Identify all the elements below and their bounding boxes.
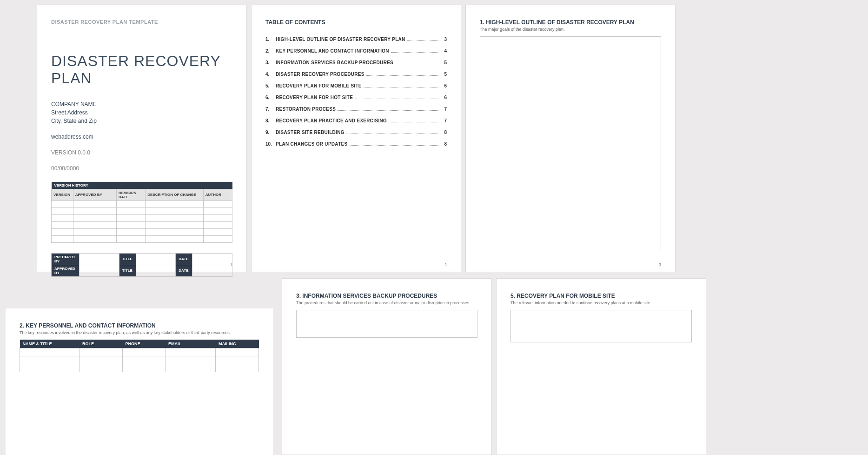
toc-entry: 6.RECOVERY PLAN FOR HOT SITE6: [265, 95, 447, 100]
toc-number: 5.: [265, 83, 276, 88]
col-mailing: MAILING: [216, 340, 259, 348]
toc-leader-dots: [350, 145, 443, 146]
toc-page: 3: [444, 37, 447, 42]
toc-entry: 10.PLAN CHANGES OR UPDATES8: [265, 141, 447, 147]
col-email: EMAIL: [166, 340, 216, 348]
page-5: 3. INFORMATION SERVICES BACKUP PROCEDURE…: [282, 278, 492, 455]
col-description: DESCRIPTION OF CHANGE: [146, 189, 203, 201]
toc-number: 1.: [265, 37, 276, 42]
table-row: [20, 356, 259, 364]
toc-page: 5: [444, 60, 447, 65]
section-2-heading: 2. KEY PERSONNEL AND CONTACT INFORMATION: [20, 322, 259, 329]
table-row: [20, 348, 259, 356]
date-value-1: [192, 253, 232, 265]
toc-title: DISASTER RECOVERY PROCEDURES: [276, 72, 364, 77]
city-state-zip: City, State and Zip: [51, 117, 232, 125]
section-5-subtitle: The relevant information needed to conti…: [510, 301, 692, 305]
template-header: DISASTER RECOVERY PLAN TEMPLATE: [51, 19, 232, 25]
toc-leader-dots: [407, 40, 443, 41]
toc-entry: 9.DISASTER SITE REBUILDING8: [265, 130, 447, 135]
section-3-subtitle: The procedures that should be carried ou…: [296, 301, 477, 305]
toc-entry: 4.DISASTER RECOVERY PROCEDURES5: [265, 72, 447, 77]
toc-entry: 2.KEY PERSONNEL AND CONTACT INFORMATION4: [265, 48, 447, 54]
web-address: webaddress.com: [51, 134, 232, 140]
col-role: ROLE: [80, 340, 123, 348]
col-author: AUTHOR: [203, 189, 232, 201]
toc-title: RECOVERY PLAN PRACTICE AND EXERCISING: [276, 118, 387, 123]
table-row: [20, 364, 259, 372]
toc-entry: 8.RECOVERY PLAN PRACTICE AND EXERCISING7: [265, 118, 447, 123]
section-3-content-box: [296, 310, 477, 338]
title-label-2: TITLE: [119, 265, 136, 276]
toc-number: 6.: [265, 95, 276, 100]
toc-leader-dots: [395, 64, 442, 64]
table-row: [52, 214, 232, 221]
section-5-content-box: [510, 310, 692, 342]
table-row: [52, 221, 232, 228]
toc-title: RECOVERY PLAN FOR HOT SITE: [276, 95, 353, 100]
toc-leader-dots: [364, 87, 443, 87]
toc-heading: TABLE OF CONTENTS: [265, 19, 447, 26]
toc-title: INFORMATION SERVICES BACKUP PROCEDURES: [276, 60, 393, 65]
title-label-1: TITLE: [119, 253, 136, 265]
date-placeholder: 00/00/0000: [51, 165, 232, 172]
page-2: TABLE OF CONTENTS 1.HIGH-LEVEL OUTLINE O…: [251, 5, 461, 272]
toc-leader-dots: [366, 75, 443, 76]
toc-number: 9.: [265, 130, 276, 135]
toc-leader-dots: [338, 110, 442, 111]
toc-leader-dots: [355, 99, 442, 99]
toc-page: 7: [444, 118, 447, 123]
toc-number: 10.: [265, 141, 276, 147]
page-6: 5. RECOVERY PLAN FOR MOBILE SITE The rel…: [496, 278, 706, 455]
toc-number: 3.: [265, 60, 276, 65]
table-row: [52, 201, 232, 207]
version-label: VERSION 0.0.0: [51, 149, 232, 156]
toc-title: DISASTER SITE REBUILDING: [276, 130, 345, 135]
col-revision-date: REVISION DATE: [117, 189, 146, 201]
company-block: COMPANY NAME Street Address City, State …: [51, 100, 232, 125]
section-1-heading: 1. HIGH-LEVEL OUTLINE OF DISASTER RECOVE…: [480, 19, 661, 26]
toc-page: 6: [444, 95, 447, 100]
section-3-heading: 3. INFORMATION SERVICES BACKUP PROCEDURE…: [296, 293, 477, 299]
toc-page: 4: [444, 48, 447, 54]
date-label-2: DATE: [176, 265, 192, 276]
page-number: 2: [444, 262, 447, 267]
toc-number: 4.: [265, 72, 276, 77]
toc-title: HIGH-LEVEL OUTLINE OF DISASTER RECOVERY …: [276, 37, 405, 42]
table-row: [52, 235, 232, 242]
toc-entry: 1.HIGH-LEVEL OUTLINE OF DISASTER RECOVER…: [265, 37, 447, 42]
page-number: 3: [659, 262, 661, 267]
title-value-2: [136, 265, 176, 276]
prepared-by-value: [80, 253, 119, 265]
toc-page: 8: [444, 130, 447, 135]
toc-entry: 5.RECOVERY PLAN FOR MOBILE SITE6: [265, 83, 447, 88]
version-history-table: VERSION HISTORY VERSION APPROVED BY REVI…: [51, 182, 232, 243]
col-name-title: NAME & TITLE: [20, 340, 80, 348]
col-approved-by: APPROVED BY: [73, 189, 116, 201]
title-value-1: [136, 253, 176, 265]
toc-page: 7: [444, 107, 447, 112]
version-history-title: VERSION HISTORY: [52, 182, 232, 189]
toc-title: RECOVERY PLAN FOR MOBILE SITE: [276, 83, 362, 88]
table-row: [52, 207, 232, 214]
toc-list: 1.HIGH-LEVEL OUTLINE OF DISASTER RECOVER…: [265, 37, 447, 147]
toc-leader-dots: [389, 122, 442, 122]
toc-page: 6: [444, 83, 447, 88]
section-2-subtitle: The key resources involved in the disast…: [20, 330, 259, 335]
company-name: COMPANY NAME: [51, 100, 232, 108]
toc-page: 5: [444, 72, 447, 77]
approved-by-value: [80, 265, 119, 276]
section-5-heading: 5. RECOVERY PLAN FOR MOBILE SITE: [510, 293, 692, 299]
table-row: [52, 228, 232, 235]
toc-title: PLAN CHANGES OR UPDATES: [276, 141, 348, 147]
date-value-2: [192, 265, 232, 276]
toc-leader-dots: [346, 134, 443, 134]
section-1-subtitle: The major goals of the disaster recovery…: [480, 27, 661, 32]
toc-number: 7.: [265, 107, 276, 112]
signoff-table: PREPARED BY TITLE DATE APPROVED BY TITLE…: [51, 253, 232, 277]
date-label-1: DATE: [176, 253, 192, 265]
toc-title: KEY PERSONNEL AND CONTACT INFORMATION: [276, 48, 389, 54]
toc-entry: 3.INFORMATION SERVICES BACKUP PROCEDURES…: [265, 60, 447, 65]
contact-table: NAME & TITLE ROLE PHONE EMAIL MAILING: [20, 340, 259, 372]
section-1-content-box: [480, 36, 661, 250]
